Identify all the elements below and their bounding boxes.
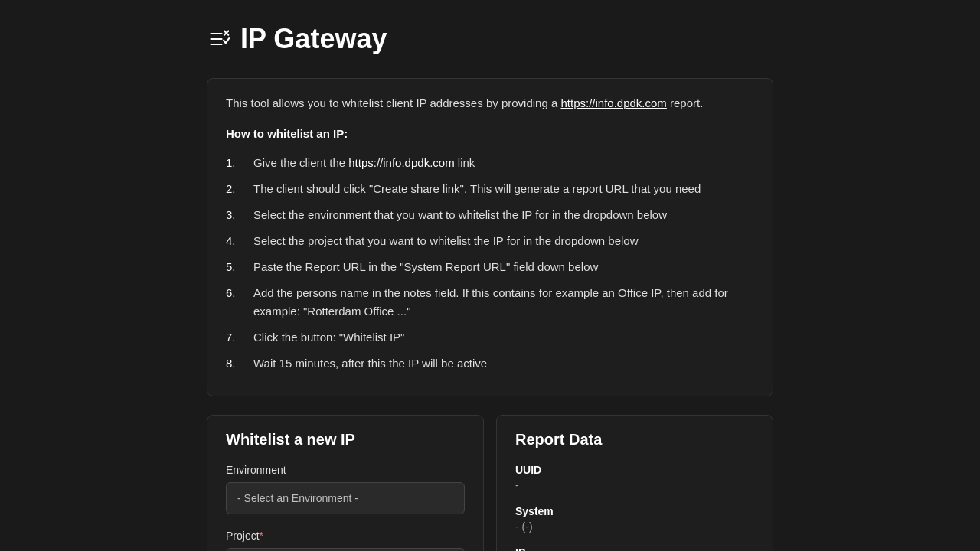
report-panel-title: Report Data — [515, 431, 754, 448]
bottom-panels: Whitelist a new IP Environment - Select … — [207, 415, 773, 551]
step-7: 7. Click the button: "Whitelist IP" — [226, 328, 754, 347]
environment-label: Environment — [226, 464, 465, 476]
uuid-value: - — [515, 479, 754, 491]
dpdk-link-intro[interactable]: https://info.dpdk.com — [560, 96, 666, 109]
step-8: 8. Wait 15 minutes, after this the IP wi… — [226, 354, 754, 373]
step-1: 1. Give the client the https://info.dpdk… — [226, 154, 754, 172]
uuid-label: UUID — [515, 464, 754, 476]
system-value: - (-) — [515, 520, 754, 533]
project-label: Project* — [226, 530, 465, 542]
page-title: IP Gateway — [240, 23, 387, 55]
header: IP Gateway — [207, 23, 773, 55]
project-select[interactable]: - Select a Project - — [226, 548, 465, 551]
info-intro: This tool allows you to whitelist client… — [226, 94, 754, 112]
whitelist-panel-title: Whitelist a new IP — [226, 431, 465, 448]
ip-label: IP — [515, 546, 754, 551]
step-4: 4. Select the project that you want to w… — [226, 232, 754, 250]
step-2: 2. The client should click "Create share… — [226, 180, 754, 198]
whitelist-panel: Whitelist a new IP Environment - Select … — [207, 415, 484, 551]
dpdk-link-step[interactable]: https://info.dpdk.com — [348, 156, 454, 169]
report-panel: Report Data UUID - System - (-) IP — [496, 415, 773, 551]
step-3: 3. Select the environment that you want … — [226, 206, 754, 224]
how-to-title: How to whitelist an IP: — [226, 125, 754, 143]
system-label: System — [515, 505, 754, 517]
step-6: 6. Add the persons name in the notes fie… — [226, 284, 754, 321]
info-card: This tool allows you to whitelist client… — [207, 78, 773, 396]
environment-select[interactable]: - Select an Environment - — [226, 482, 465, 514]
menu-filter-icon[interactable] — [207, 28, 228, 50]
step-5: 5. Paste the Report URL in the "System R… — [226, 258, 754, 276]
steps-list: 1. Give the client the https://info.dpdk… — [226, 154, 754, 373]
